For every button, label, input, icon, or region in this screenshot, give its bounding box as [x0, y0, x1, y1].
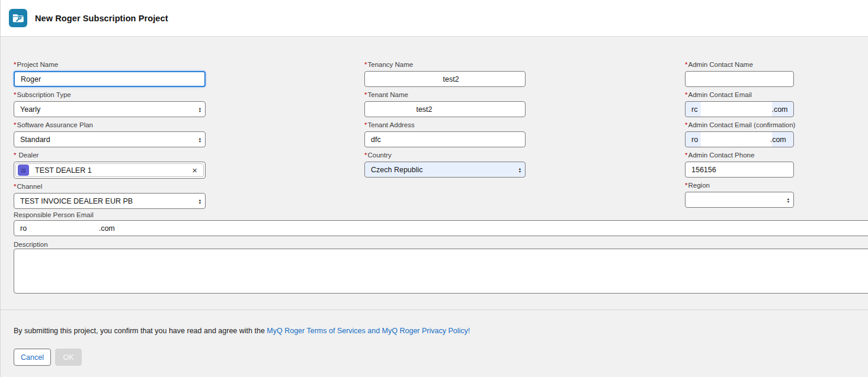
clear-dealer-icon[interactable]: × [191, 166, 198, 175]
tenant-address-input[interactable] [364, 131, 526, 147]
form-actions: Cancel OK [14, 349, 82, 366]
field-tenant-name: *Tenant Name [364, 91, 526, 117]
field-admin-contact-email-confirmation: *Admin Contact Email (confirmation) [685, 121, 794, 147]
page-title: New Roger Subscription Project [35, 14, 168, 23]
cancel-button[interactable]: Cancel [14, 349, 51, 366]
field-admin-contact-email: *Admin Contact Email [685, 91, 794, 117]
software-assurance-plan-label: *Software Assurance Plan [14, 121, 206, 129]
form-column-right: *Admin Contact Name *Admin Contact Email… [685, 61, 794, 212]
tenancy-name-label: *Tenancy Name [364, 61, 526, 69]
select-spinner-icon[interactable]: ▴▾ [199, 136, 201, 143]
admin-contact-phone-input[interactable] [685, 162, 794, 178]
footer-divider [1, 310, 868, 310]
tenant-name-input[interactable] [364, 101, 526, 117]
tenancy-name-input[interactable] [364, 71, 526, 87]
subscription-type-label: *Subscription Type [14, 91, 206, 99]
select-spinner-icon[interactable]: ▴▾ [199, 106, 201, 112]
field-project-name: *Project Name [14, 61, 206, 87]
region-select[interactable]: ▴▾ [685, 192, 794, 208]
field-software-assurance-plan: *Software Assurance Plan Standard ▴▾ [14, 121, 206, 147]
dealer-entity-icon: ▦ [18, 165, 29, 176]
terms-statement: By submitting this project, you confirm … [14, 327, 470, 335]
description-textarea[interactable] [14, 249, 868, 294]
admin-contact-phone-label: *Admin Contact Phone [685, 152, 794, 159]
responsible-person-email-label: Responsible Person Email [14, 211, 94, 219]
required-marker: * [14, 61, 16, 68]
select-spinner-icon[interactable]: ▴▾ [199, 198, 201, 204]
form-column-left: *Project Name *Subscription Type Yearly … [14, 61, 206, 213]
description-label: Description [14, 241, 48, 249]
subscription-form: *Project Name *Subscription Type Yearly … [1, 37, 868, 376]
channel-label: *Channel [14, 183, 206, 191]
admin-contact-email-confirmation-input[interactable] [685, 131, 794, 147]
select-spinner-icon[interactable]: ▴▾ [787, 196, 789, 203]
admin-contact-name-label: *Admin Contact Name [685, 61, 794, 69]
project-name-input[interactable] [14, 71, 206, 87]
field-region: *Region ▴▾ [685, 182, 794, 208]
field-country: *Country Czech Republic ▴▾ [364, 152, 526, 178]
channel-select[interactable]: TEST INVOICE DEALER EUR PB ▴▾ [14, 193, 206, 209]
dealer-combobox[interactable]: ▦ TEST DEALER 1 × [14, 162, 206, 179]
region-label: *Region [685, 182, 794, 189]
field-tenant-address: *Tenant Address [364, 121, 526, 147]
admin-contact-email-confirmation-label: *Admin Contact Email (confirmation) [685, 121, 794, 129]
responsible-person-email-input[interactable] [14, 220, 868, 236]
admin-contact-email-label: *Admin Contact Email [685, 91, 794, 99]
page-header: New Roger Subscription Project [1, 0, 868, 37]
tenant-address-label: *Tenant Address [364, 121, 526, 129]
field-subscription-type: *Subscription Type Yearly ▴▾ [14, 91, 206, 117]
field-admin-contact-phone: *Admin Contact Phone [685, 152, 794, 178]
project-name-label: *Project Name [14, 61, 206, 69]
admin-contact-email-input[interactable] [685, 101, 794, 117]
country-select[interactable]: Czech Republic ▴▾ [364, 162, 526, 178]
folder-wrench-icon [9, 9, 27, 27]
form-column-middle: *Tenancy Name *Tenant Name *Tenant Addre… [364, 61, 526, 182]
dealer-label: *Dealer [14, 152, 206, 159]
select-spinner-icon[interactable]: ▴▾ [519, 166, 521, 173]
software-assurance-plan-select[interactable]: Standard ▴▾ [14, 131, 206, 147]
tenant-name-label: *Tenant Name [364, 91, 526, 99]
field-admin-contact-name: *Admin Contact Name [685, 61, 794, 87]
field-dealer: *Dealer ▦ TEST DEALER 1 × [14, 152, 206, 179]
country-label: *Country [364, 152, 526, 159]
admin-contact-name-input[interactable] [685, 71, 794, 87]
terms-and-privacy-link[interactable]: MyQ Roger Terms of Services and MyQ Roge… [267, 327, 470, 335]
ok-button[interactable]: OK [55, 349, 82, 366]
subscription-type-select[interactable]: Yearly ▴▾ [14, 101, 206, 117]
field-channel: *Channel TEST INVOICE DEALER EUR PB ▴▾ [14, 183, 206, 209]
field-tenancy-name: *Tenancy Name [364, 61, 526, 87]
dealer-value: TEST DEALER 1 [35, 166, 185, 175]
